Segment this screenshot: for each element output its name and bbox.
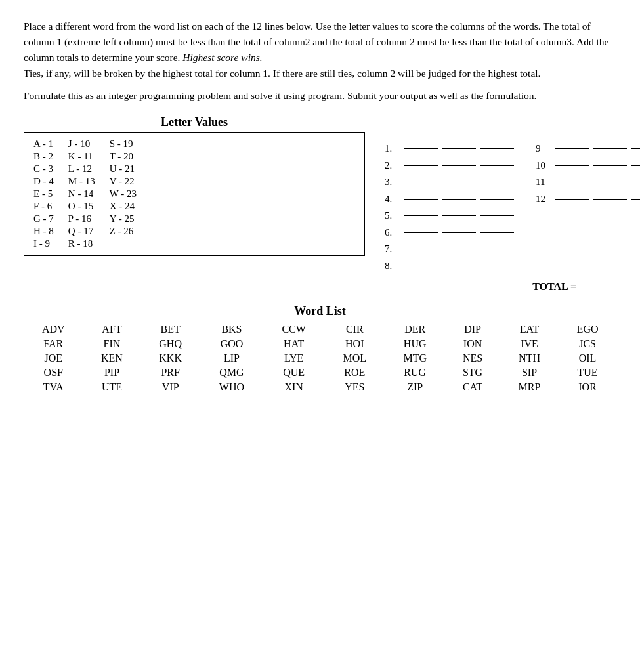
word-cell: PIP xyxy=(83,366,141,380)
total-label: TOTAL = xyxy=(532,281,576,293)
line-number: 6. xyxy=(385,224,402,242)
ties-text: Ties, if any, will be broken by the high… xyxy=(24,68,540,79)
line-number: 11 xyxy=(536,174,553,191)
line-blank xyxy=(480,199,514,200)
word-cell: NTH xyxy=(500,351,559,366)
word-cell: GHQ xyxy=(140,337,200,351)
word-cell: AFT xyxy=(83,322,141,337)
word-cell: HUG xyxy=(385,337,445,351)
word-list-section: Word List ADVAFTBETBKSCCWCIRDERDIPEATEGO… xyxy=(24,304,616,394)
word-cell: NES xyxy=(445,351,500,366)
word-cell: JOE xyxy=(24,351,83,366)
lines-left-col: 1.2.3.4.5.6.7.8. xyxy=(385,140,516,274)
line-row: 5. xyxy=(385,207,516,224)
line-row: 12 xyxy=(536,191,640,208)
word-cell: UTE xyxy=(83,380,141,394)
letter-values-section: Letter Values A - 1J - 10S - 19B - 2K - … xyxy=(24,116,616,293)
letter-cell xyxy=(107,238,148,250)
line-blank xyxy=(480,249,514,249)
letter-values-title: Letter Values xyxy=(24,116,365,129)
word-cell: OIL xyxy=(559,351,616,366)
line-blank xyxy=(404,182,438,182)
word-cell: ZIP xyxy=(385,380,445,394)
word-cell: IVE xyxy=(500,337,559,351)
word-cell: OSF xyxy=(24,366,83,380)
word-cell: WHO xyxy=(200,380,263,394)
letter-cell: U - 21 xyxy=(107,163,148,175)
line-blank xyxy=(593,165,627,166)
lines-section: 1.2.3.4.5.6.7.8.9101112 TOTAL = xyxy=(385,139,640,293)
line-blank xyxy=(480,148,514,149)
letter-cell: H - 8 xyxy=(31,225,66,238)
word-cell: FIN xyxy=(83,337,141,351)
line-blank xyxy=(442,215,476,216)
letter-cell: S - 19 xyxy=(107,138,148,150)
word-cell: HOI xyxy=(324,337,385,351)
line-blank xyxy=(480,165,514,166)
lines-right-col: 9101112 xyxy=(536,140,640,274)
word-cell: MTG xyxy=(385,351,445,366)
line-blank xyxy=(593,199,627,200)
word-cell: DER xyxy=(385,322,445,337)
line-blank xyxy=(442,249,476,249)
word-cell: KKK xyxy=(140,351,200,366)
letter-table: A - 1J - 10S - 19B - 2K - 11T - 20C - 3L… xyxy=(31,138,148,250)
line-blank xyxy=(480,266,514,266)
letter-cell: V - 22 xyxy=(107,175,148,188)
line-blank xyxy=(442,266,476,266)
line-number: 12 xyxy=(536,191,553,208)
line-row: 2. xyxy=(385,158,516,175)
line-row: 8. xyxy=(385,258,516,275)
line-blank xyxy=(442,232,476,233)
letter-cell: C - 3 xyxy=(31,163,66,175)
letter-cell: E - 5 xyxy=(31,188,66,200)
line-blank xyxy=(555,165,589,166)
word-cell: KEN xyxy=(83,351,141,366)
total-blank xyxy=(582,287,640,287)
line-row: 1. xyxy=(385,140,516,158)
word-cell: LIP xyxy=(200,351,263,366)
line-blank xyxy=(404,165,438,166)
word-cell: FAR xyxy=(24,337,83,351)
line-blank xyxy=(404,232,438,233)
line-blank xyxy=(480,182,514,182)
line-blank xyxy=(593,148,627,149)
word-cell: CCW xyxy=(263,322,324,337)
line-blank xyxy=(593,182,627,182)
line-blank xyxy=(555,199,589,200)
word-cell: SIP xyxy=(500,366,559,380)
word-cell: ION xyxy=(445,337,500,351)
word-list-title: Word List xyxy=(24,304,616,318)
word-cell: XIN xyxy=(263,380,324,394)
letter-cell: Q - 17 xyxy=(66,225,107,238)
line-row: 7. xyxy=(385,241,516,258)
letter-cell: Z - 26 xyxy=(107,225,148,238)
intro-paragraph: Place a different word from the word lis… xyxy=(24,18,616,81)
letter-cell: J - 10 xyxy=(66,138,107,150)
line-number: 7. xyxy=(385,241,402,258)
intro-text-main: Place a different word from the word lis… xyxy=(24,20,609,63)
word-cell: GOO xyxy=(200,337,263,351)
word-cell: BET xyxy=(140,322,200,337)
word-cell: BKS xyxy=(200,322,263,337)
word-cell: EAT xyxy=(500,322,559,337)
word-cell: CIR xyxy=(324,322,385,337)
word-cell: EGO xyxy=(559,322,616,337)
highest-score: Highest score wins. xyxy=(182,52,262,63)
word-cell: PRF xyxy=(140,366,200,380)
line-blank xyxy=(404,148,438,149)
formulate-paragraph: Formulate this as an integer programming… xyxy=(24,88,616,104)
line-blank xyxy=(631,182,640,182)
letter-cell: Y - 25 xyxy=(107,213,148,225)
word-cell: LYE xyxy=(263,351,324,366)
line-blank xyxy=(442,165,476,166)
line-blank xyxy=(404,215,438,216)
line-number: 9 xyxy=(536,140,553,158)
line-row: 3. xyxy=(385,174,516,191)
total-row: TOTAL = xyxy=(385,281,640,293)
word-cell: HAT xyxy=(263,337,324,351)
line-number: 3. xyxy=(385,174,402,191)
letter-cell: G - 7 xyxy=(31,213,66,225)
line-number: 1. xyxy=(385,140,402,158)
line-blank xyxy=(555,148,589,149)
